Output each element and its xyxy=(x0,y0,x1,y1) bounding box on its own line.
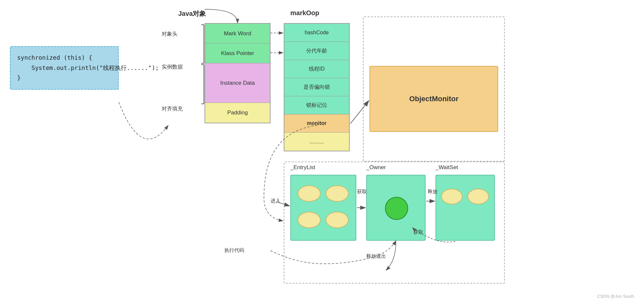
watermark: CSDN @Jun South xyxy=(597,294,634,299)
markoop-block: hashCode 分代年龄 线程ID 是否偏向锁 锁标记位 monitor ..… xyxy=(284,23,350,151)
oval-2 xyxy=(326,185,349,202)
label-shifang: 释放 xyxy=(428,189,437,195)
moop-xiancheng: 线程ID xyxy=(284,60,349,78)
moop-monitor: monitor xyxy=(284,114,349,133)
code-box: synchronized (this) { System.out.println… xyxy=(10,46,119,90)
markoop-label: markOop xyxy=(290,9,319,17)
java-object-label: Java对象 xyxy=(178,9,206,18)
code-text: synchronized (this) { xyxy=(17,53,112,63)
code-text-line3: } xyxy=(17,73,112,83)
klass-pointer-block: Klass Pointer xyxy=(205,44,270,63)
oval-1 xyxy=(298,185,321,202)
objmonitor-box: ObjectMonitor xyxy=(370,66,498,132)
moop-dots: .......... xyxy=(284,133,349,151)
label-duixiangtou: 对象头 xyxy=(162,31,177,38)
oval-3 xyxy=(298,212,321,228)
label-huoqu2: 获取 xyxy=(413,229,423,235)
label-shifangtui: 释放退出 xyxy=(366,253,386,259)
label-shilishuju: 实例数据 xyxy=(162,64,183,71)
moop-hashcode: hashCode xyxy=(284,24,349,42)
moop-suobiao: 锁标记位 xyxy=(284,96,349,114)
mark-word-block: Mark Word xyxy=(205,24,270,44)
instance-data-block: Instance Data xyxy=(205,63,270,103)
moop-fendai: 分代年龄 xyxy=(284,42,349,60)
label-zhixingdaima: 执行代码 xyxy=(224,247,244,254)
oval-ws-2 xyxy=(467,189,489,204)
diagram-container: synchronized (this) { System.out.println… xyxy=(0,0,644,304)
oval-ws-1 xyxy=(441,189,463,204)
objmonitor-label: ObjectMonitor xyxy=(409,95,458,103)
entrylist-label: _EntryList xyxy=(290,164,315,171)
java-object-block-stack: Mark Word Klass Pointer Instance Data Pa… xyxy=(205,23,271,123)
label-jinru: 进入 xyxy=(271,198,280,204)
green-circle xyxy=(385,197,408,220)
waitset-label: _WaitSet xyxy=(435,164,458,171)
entrylist-box xyxy=(290,175,356,241)
waitset-box xyxy=(435,175,495,241)
owner-label: _Owner xyxy=(366,164,386,171)
code-text-line2: System.out.println("线程执行......"); xyxy=(17,63,112,73)
label-padding: 对齐填充 xyxy=(162,106,183,112)
oval-4 xyxy=(326,212,349,228)
moop-pianxiang: 是否偏向锁 xyxy=(284,78,349,96)
label-huoqu1: 获取 xyxy=(357,189,367,195)
padding-block: Padding xyxy=(205,103,270,123)
